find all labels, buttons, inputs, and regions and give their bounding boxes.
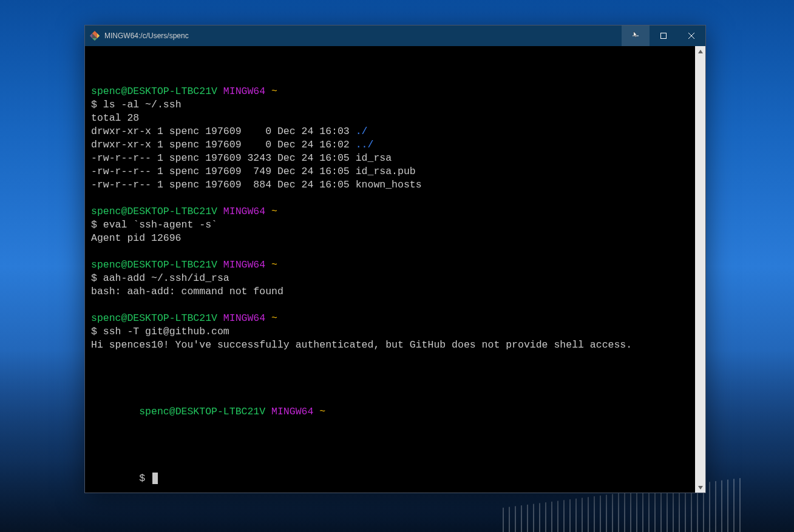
blank-line	[91, 352, 699, 365]
prompt-path: ~	[271, 206, 277, 217]
output-line: drwxr-xr-x 1 spenc 197609 0 Dec 24 16:03…	[91, 125, 699, 138]
window-controls	[622, 25, 705, 46]
scrollbar-up-icon[interactable]	[695, 46, 705, 56]
scrollbar-down-icon[interactable]	[695, 482, 705, 493]
terminal-body[interactable]: spenc@DESKTOP-LTBC21V MINGW64 ~$ ls -al …	[85, 46, 705, 493]
prompt-env: MINGW64	[271, 406, 313, 417]
scrollbar[interactable]	[695, 46, 705, 493]
command-line: $ ssh -T git@github.com	[91, 325, 699, 338]
command-text: ls -al ~/.ssh	[103, 99, 182, 110]
prompt-dollar: $	[91, 272, 97, 284]
window-titlebar[interactable]: MINGW64:/c/Users/spenc	[85, 25, 705, 46]
terminal-window: MINGW64:/c/Users/spenc spenc@DESKTOP-	[84, 25, 706, 493]
directory-link: ./	[356, 126, 368, 137]
prompt-line: spenc@DESKTOP-LTBC21V MINGW64 ~	[91, 205, 699, 218]
output-text: Hi spences10! You've successfully authen…	[91, 339, 632, 351]
command-text: ssh -T git@github.com	[103, 326, 229, 337]
maximize-button[interactable]	[650, 25, 677, 46]
prompt-dollar: $	[139, 473, 145, 484]
directory-link: ../	[356, 139, 374, 150]
prompt-line: spenc@DESKTOP-LTBC21V MINGW64 ~	[91, 258, 699, 272]
output-line: drwxr-xr-x 1 spenc 197609 0 Dec 24 16:02…	[91, 138, 699, 152]
command-text: eval `ssh-agent -s`	[103, 219, 217, 231]
blank-line	[91, 298, 699, 312]
output-text: total 28	[91, 112, 139, 124]
prompt-user: spenc@DESKTOP-LTBC21V	[139, 406, 265, 417]
prompt-dollar: $	[91, 326, 97, 337]
output-text: -rw-r--r-- 1 spenc 197609 749 Dec 24 16:…	[91, 166, 416, 177]
output-line: -rw-r--r-- 1 spenc 197609 3243 Dec 24 16…	[91, 152, 699, 165]
prompt-dollar: $	[91, 99, 97, 110]
output-line: Agent pid 12696	[91, 232, 699, 245]
prompt-path: ~	[271, 259, 277, 271]
svg-rect-7	[661, 33, 667, 39]
minimize-button[interactable]	[622, 25, 650, 46]
prompt-env: MINGW64	[223, 312, 265, 324]
close-button[interactable]	[677, 25, 705, 46]
prompt-env: MINGW64	[223, 86, 265, 97]
command-line: $ aah-add ~/.ssh/id_rsa	[91, 272, 699, 285]
output-text: drwxr-xr-x 1 spenc 197609 0 Dec 24 16:02	[91, 139, 356, 150]
output-line: -rw-r--r-- 1 spenc 197609 884 Dec 24 16:…	[91, 178, 699, 192]
command-line: $ ls -al ~/.ssh	[91, 98, 699, 112]
prompt-user: spenc@DESKTOP-LTBC21V	[91, 206, 217, 217]
prompt-user: spenc@DESKTOP-LTBC21V	[91, 86, 217, 97]
prompt-user: spenc@DESKTOP-LTBC21V	[91, 259, 217, 271]
prompt-path: ~	[319, 406, 325, 417]
output-line: -rw-r--r-- 1 spenc 197609 749 Dec 24 16:…	[91, 165, 699, 178]
command-text: aah-add ~/.ssh/id_rsa	[103, 272, 229, 284]
titlebar-left: MINGW64:/c/Users/spenc	[90, 31, 189, 41]
prompt-path: ~	[271, 86, 277, 97]
blank-line	[91, 192, 699, 205]
prompt-env: MINGW64	[223, 206, 265, 217]
terminal-cursor	[152, 473, 158, 484]
output-line: total 28	[91, 112, 699, 125]
git-bash-icon	[90, 31, 100, 41]
output-text: Agent pid 12696	[91, 232, 182, 244]
terminal-content: spenc@DESKTOP-LTBC21V MINGW64 ~$ ls -al …	[85, 58, 705, 525]
output-text: drwxr-xr-x 1 spenc 197609 0 Dec 24 16:03	[91, 126, 356, 137]
prompt-line: spenc@DESKTOP-LTBC21V MINGW64 ~	[91, 85, 699, 98]
output-line: bash: aah-add: command not found	[91, 285, 699, 298]
prompt-line: spenc@DESKTOP-LTBC21V MINGW64 ~	[91, 312, 699, 325]
output-text: -rw-r--r-- 1 spenc 197609 3243 Dec 24 16…	[91, 152, 392, 164]
prompt-env: MINGW64	[223, 259, 265, 271]
window-title: MINGW64:/c/Users/spenc	[104, 32, 189, 40]
prompt-path: ~	[271, 312, 277, 324]
output-text: bash: aah-add: command not found	[91, 286, 283, 297]
prompt-dollar: $	[91, 219, 97, 231]
prompt-user: spenc@DESKTOP-LTBC21V	[91, 312, 217, 324]
command-line: $ eval `ssh-agent -s`	[91, 218, 699, 232]
output-line: Hi spences10! You've successfully authen…	[91, 338, 699, 352]
blank-line	[91, 245, 699, 258]
output-text: -rw-r--r-- 1 spenc 197609 884 Dec 24 16:…	[91, 179, 422, 190]
